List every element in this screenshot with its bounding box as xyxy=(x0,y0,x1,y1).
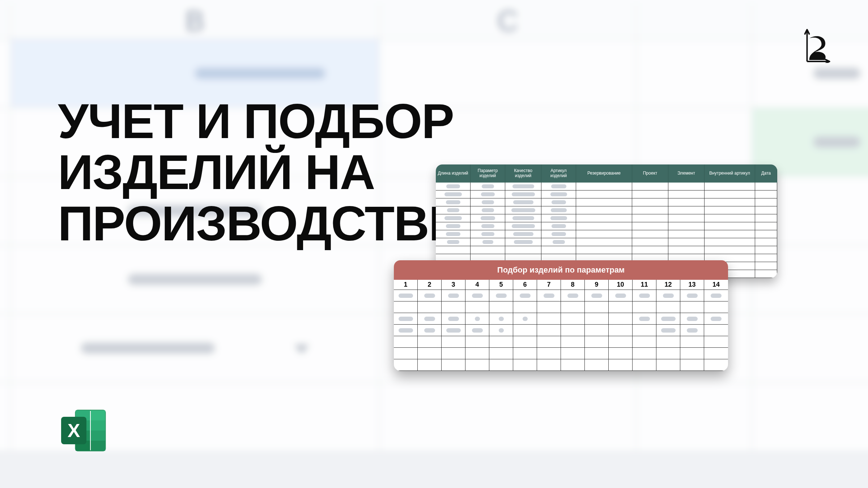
table-cell xyxy=(471,191,505,198)
table-cell xyxy=(668,222,705,230)
table-cell xyxy=(585,336,609,348)
table-cell xyxy=(541,230,576,238)
column-number: 9 xyxy=(585,280,609,290)
table-cell xyxy=(513,359,537,371)
table-cell xyxy=(680,348,704,359)
table-cell xyxy=(656,359,680,371)
table-cell xyxy=(632,230,668,238)
table-cell xyxy=(585,325,609,336)
table-cell xyxy=(541,214,576,222)
table-cell xyxy=(755,270,777,278)
table-cell xyxy=(436,222,471,230)
excel-icon: X xyxy=(60,409,107,454)
table-cell xyxy=(394,336,418,348)
table-cell xyxy=(632,198,668,206)
page-title: УЧЕТ И ПОДБОР ИЗДЕЛИЙ НА ПРОИЗВОДСТВЕ xyxy=(58,96,461,249)
table-cell xyxy=(633,336,656,348)
table-cell xyxy=(465,325,489,336)
table-cell xyxy=(489,359,513,371)
title-line-2: ИЗДЕЛИЙ НА xyxy=(58,145,375,200)
table-cell xyxy=(680,290,704,301)
table-row xyxy=(394,290,728,301)
table-cell xyxy=(704,301,728,313)
table-row xyxy=(394,348,728,359)
table-row xyxy=(436,246,777,254)
table-cell xyxy=(471,246,505,254)
table-cell xyxy=(541,246,576,254)
table-cell xyxy=(705,230,755,238)
table-cell xyxy=(561,336,585,348)
table-cell xyxy=(489,313,513,325)
table-cell xyxy=(705,206,755,214)
table-cell xyxy=(656,313,680,325)
svg-rect-8 xyxy=(91,441,105,451)
table-row xyxy=(394,325,728,336)
inventory-table-header: Длина изделий Параметр изделий Качество … xyxy=(436,164,777,183)
column-number: 1 xyxy=(394,280,418,290)
table-cell xyxy=(489,336,513,348)
table-cell xyxy=(436,206,471,214)
table-cell xyxy=(705,222,755,230)
table-cell xyxy=(394,325,418,336)
table-cell xyxy=(755,238,777,246)
table-cell xyxy=(585,290,609,301)
selection-table-title: Подбор изделий по параметрам xyxy=(394,260,728,280)
col-date: Дата xyxy=(755,164,777,183)
table-cell xyxy=(561,359,585,371)
column-number: 11 xyxy=(633,280,656,290)
table-cell xyxy=(680,336,704,348)
table-cell xyxy=(656,348,680,359)
table-cell xyxy=(704,313,728,325)
table-row xyxy=(436,214,777,222)
table-cell xyxy=(394,359,418,371)
column-number: 13 xyxy=(680,280,704,290)
table-cell xyxy=(471,206,505,214)
table-cell xyxy=(668,198,705,206)
col-element: Элемент xyxy=(668,164,705,183)
column-c-header: C xyxy=(380,3,637,39)
table-cell xyxy=(705,183,755,191)
table-cell xyxy=(537,348,561,359)
table-cell xyxy=(576,206,632,214)
table-cell xyxy=(668,230,705,238)
table-cell xyxy=(609,313,633,325)
table-cell xyxy=(668,246,705,254)
table-cell xyxy=(576,222,632,230)
brand-logo xyxy=(801,27,832,64)
table-cell xyxy=(704,359,728,371)
table-cell xyxy=(576,183,632,191)
table-cell xyxy=(632,183,668,191)
table-cell xyxy=(561,313,585,325)
table-cell xyxy=(505,238,541,246)
table-cell xyxy=(541,198,576,206)
table-row xyxy=(436,198,777,206)
table-cell xyxy=(442,325,465,336)
table-cell xyxy=(656,325,680,336)
table-cell xyxy=(668,183,705,191)
table-cell xyxy=(541,183,576,191)
table-cell xyxy=(471,198,505,206)
table-cell xyxy=(394,301,418,313)
table-cell xyxy=(609,325,633,336)
table-cell xyxy=(585,301,609,313)
table-cell xyxy=(755,214,777,222)
table-cell xyxy=(668,206,705,214)
table-cell xyxy=(561,290,585,301)
title-line-3: ПРОИЗВОДСТВЕ xyxy=(58,196,461,251)
table-cell xyxy=(609,348,633,359)
table-cell xyxy=(505,214,541,222)
column-number: 3 xyxy=(442,280,465,290)
table-cell xyxy=(418,336,442,348)
table-cell xyxy=(656,336,680,348)
table-row xyxy=(436,206,777,214)
table-cell xyxy=(418,348,442,359)
table-cell xyxy=(541,222,576,230)
table-cell xyxy=(465,359,489,371)
table-cell xyxy=(680,301,704,313)
table-cell xyxy=(632,214,668,222)
table-cell xyxy=(513,336,537,348)
column-number: 6 xyxy=(513,280,537,290)
table-cell xyxy=(436,183,471,191)
column-number: 7 xyxy=(537,280,561,290)
table-cell xyxy=(705,238,755,246)
